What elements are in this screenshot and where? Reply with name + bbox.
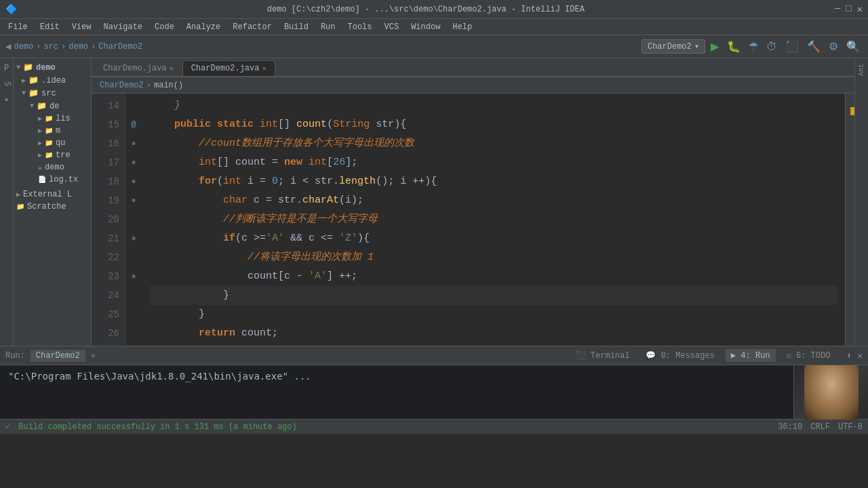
menu-build[interactable]: Build (279, 21, 314, 33)
search-button[interactable]: 🔍 (844, 39, 863, 54)
tree-item-m[interactable]: ▶ 📁 m (14, 125, 91, 137)
gutter-25 (125, 305, 142, 324)
run-config[interactable]: CharDemo2 ▾ (642, 39, 705, 54)
tab-todo[interactable]: ☑ 6: TODO (781, 349, 836, 362)
tab-close-icon-active[interactable]: ✕ (262, 64, 266, 73)
close-run-tab[interactable]: ✕ (91, 351, 96, 360)
terminal-output: "C:\Program Files\Java\jdk1.8.0_241\bin\… (0, 365, 793, 419)
gutter-26 (125, 324, 142, 343)
tree-item-demo[interactable]: ▼ 📁 demo (14, 61, 91, 74)
gutter-21: ● (125, 229, 142, 248)
line-25: 25 (97, 305, 119, 324)
tab-messages[interactable]: 💬 0: Messages (640, 349, 719, 362)
tree-item-de[interactable]: ▼ 📁 de (14, 100, 91, 113)
run-button[interactable]: ▶ (708, 39, 722, 54)
bc-demo2[interactable]: demo (68, 42, 88, 52)
tree-item-lis[interactable]: ▶ 📁 lis (14, 113, 91, 125)
breadcrumb-main[interactable]: main() (154, 81, 183, 90)
status-icon: ✓ (5, 422, 10, 432)
coverage-button[interactable]: ☂ (746, 39, 761, 54)
build-status: Build completed successfully in 1 s 131 … (18, 422, 296, 432)
tree-item-qu[interactable]: ▶ 📁 qu (14, 137, 91, 149)
tree-label: demo (36, 63, 56, 73)
terminal-panel: "C:\Program Files\Java\jdk1.8.0_241\bin\… (0, 365, 868, 419)
stop-button[interactable]: ⬛ (783, 39, 802, 54)
line-ending: CRLF (810, 422, 830, 432)
ant-icon[interactable]: Ant (858, 64, 865, 76)
profile-button[interactable]: ⏱ (764, 39, 780, 54)
tab-close-icon[interactable]: ✕ (170, 64, 174, 73)
settings-button[interactable]: ⚙ (826, 39, 841, 54)
code-line-15: public static int [] count ( String str)… (150, 115, 837, 134)
tree-icon: 📁 (45, 151, 53, 159)
window-controls[interactable]: ─ □ ✕ (835, 3, 863, 15)
tree-label: m (56, 126, 60, 136)
tab-run[interactable]: ▶ 4: Run (726, 349, 776, 362)
tree-item-demo-file[interactable]: ☕ demo (14, 161, 91, 174)
bc-demo[interactable]: demo (14, 42, 33, 52)
title-bar: 🔷 demo [C:\czh2\demo] - ...\src\demo\Cha… (0, 0, 868, 19)
tree-icon: 📁 (45, 139, 53, 147)
code-line-26: return count; (150, 324, 837, 343)
tree-item-src[interactable]: ▼ 📁 src (14, 87, 91, 100)
tree-icon: 📁 (28, 75, 39, 85)
close-panel-icon[interactable]: ✕ (857, 350, 863, 361)
run-config-arrow: ▾ (694, 41, 699, 52)
menu-run[interactable]: Run (315, 21, 341, 33)
person-silhouette (804, 365, 859, 420)
tab-label: CharDemo.java (103, 64, 167, 73)
close-btn[interactable]: ✕ (857, 3, 863, 15)
gutter-19: ● (125, 191, 142, 210)
line-21: 21 (97, 229, 119, 248)
tab-terminal[interactable]: ⬛ Terminal (570, 349, 635, 362)
maximize-btn[interactable]: □ (846, 3, 851, 15)
line-23: 23 (97, 267, 119, 286)
tree-item-scratches[interactable]: 📁 Scratche (14, 201, 91, 213)
run-config-tab[interactable]: CharDemo2 (31, 350, 85, 362)
bc-chardemo2[interactable]: CharDemo2 (98, 42, 142, 52)
code-editor[interactable]: } public static int [] count ( String st… (142, 94, 845, 346)
line-26: 26 (97, 324, 119, 343)
menu-tools[interactable]: Tools (342, 21, 378, 33)
tree-arrow: ▶ (38, 115, 42, 123)
tree-label: lis (56, 114, 71, 123)
camera-preview (794, 365, 868, 419)
tree-icon: 📁 (23, 62, 33, 73)
back-btn[interactable]: ◀ (5, 41, 11, 52)
breadcrumb-chardemo2[interactable]: CharDemo2 (100, 81, 144, 90)
build-button[interactable]: 🔨 (804, 39, 823, 54)
tree-item-external[interactable]: ▶ External L (14, 188, 91, 201)
menu-view[interactable]: View (66, 21, 97, 33)
project-icon[interactable]: P (4, 64, 9, 73)
charset: UTF-8 (838, 422, 863, 432)
debug-button[interactable]: 🐛 (724, 39, 743, 54)
tree-item-tre[interactable]: ▶ 📁 tre (14, 149, 91, 161)
menu-analyze[interactable]: Analyze (181, 21, 226, 33)
menu-help[interactable]: Help (447, 21, 477, 33)
menu-bar: File Edit View Navigate Code Analyze Ref… (0, 19, 868, 35)
tree-item-idea[interactable]: ▶ 📁 .idea (14, 74, 91, 87)
code-line-24: } (150, 286, 837, 305)
structure-icon[interactable]: S (2, 81, 12, 86)
menu-file[interactable]: File (3, 21, 33, 33)
line-24: 24 (97, 286, 119, 305)
right-scrollbar[interactable] (845, 94, 854, 346)
menu-refactor[interactable]: Refactor (227, 21, 277, 33)
menu-edit[interactable]: Edit (35, 21, 65, 33)
tree-label: src (41, 89, 56, 98)
code-gutter: @ ● ● ● ● ● ● (125, 94, 142, 346)
tab-chardemo2[interactable]: CharDemo2.java ✕ (182, 60, 275, 76)
breadcrumb: demo › src › demo › CharDemo2 (14, 42, 142, 52)
minimize-btn[interactable]: ─ (835, 3, 840, 15)
bc-src[interactable]: src (43, 42, 58, 52)
tab-chardemo[interactable]: CharDemo.java ✕ (94, 60, 182, 76)
menu-code[interactable]: Code (149, 21, 180, 33)
menu-vcs[interactable]: VCS (379, 21, 405, 33)
tree-item-log[interactable]: 📄 log.tx (14, 174, 91, 186)
menu-navigate[interactable]: Navigate (98, 21, 148, 33)
maximize-panel-icon[interactable]: ⬆ (846, 350, 852, 361)
gutter-17: ● (125, 153, 142, 172)
menu-window[interactable]: Window (406, 21, 446, 33)
tree-icon: 📄 (38, 176, 46, 184)
favorites-icon[interactable]: ★ (4, 94, 9, 104)
